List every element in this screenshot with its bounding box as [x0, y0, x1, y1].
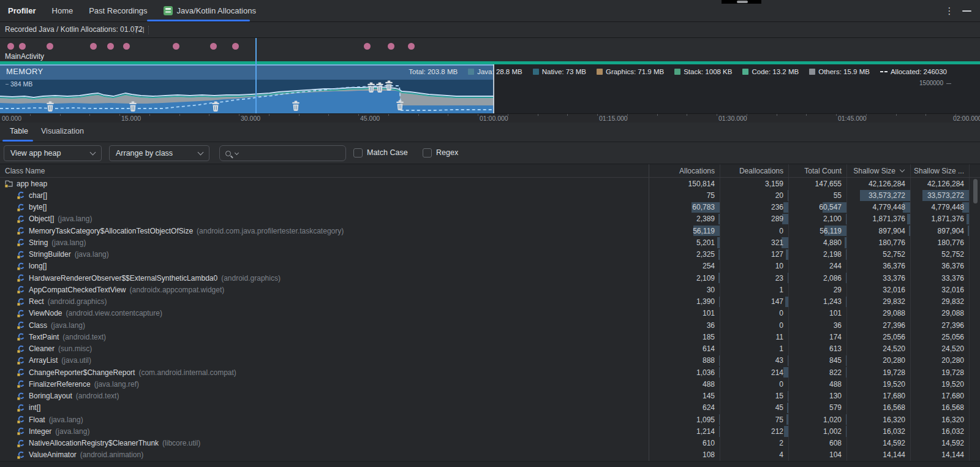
tab-profiler[interactable]: Profiler — [8, 6, 36, 15]
event-dot[interactable] — [210, 43, 217, 50]
cell-value: 52,752 — [883, 250, 910, 259]
table-row[interactable]: int[]6244557916,56816,568 — [0, 402, 980, 414]
column-header-label: Class Name — [5, 167, 50, 175]
column-header-class-name[interactable]: Class Name — [0, 164, 649, 177]
tab-home[interactable]: Home — [52, 6, 74, 15]
match-case-checkbox[interactable] — [353, 148, 363, 158]
table-row[interactable]: Class(java.lang)3603627,39627,396 — [0, 319, 980, 331]
table-row[interactable]: TextPaint(android.text)1851117425,05625,… — [0, 331, 980, 343]
class-icon — [17, 215, 25, 223]
search-input[interactable] — [219, 145, 346, 161]
cell-value: 254 — [703, 262, 720, 270]
event-dot[interactable] — [7, 43, 14, 50]
cell-value: 29,832 — [883, 297, 910, 306]
table-row[interactable]: FinalizerReference(java.lang.ref)4880488… — [0, 378, 980, 390]
cell-value: 180,776 — [879, 238, 910, 247]
column-header-deallocations[interactable]: Deallocations — [720, 164, 789, 177]
column-header-shallow-size-2[interactable]: Shallow Size ... — [911, 164, 970, 177]
table-row[interactable]: ChangeReporter$ChangeReport(com.android.… — [0, 366, 980, 378]
axis-minor-tick — [209, 114, 209, 116]
package-name: (com.android.internal.compat) — [138, 368, 236, 377]
table-row[interactable]: Cleaner(sun.misc)614161324,52024,520 — [0, 343, 980, 355]
tab-table[interactable]: Table — [10, 123, 28, 140]
table-row[interactable]: Integer(java.lang)1,2142121,00216,03216,… — [0, 425, 980, 437]
zoom-to-fit-icon[interactable]: |↔| — [135, 22, 144, 37]
event-dot[interactable] — [90, 43, 97, 50]
cell-value: 145 — [703, 392, 720, 400]
table-row[interactable]: ViewNode(android.view.contentcapture)101… — [0, 308, 980, 319]
table-row[interactable]: Rect(android.graphics)1,3901471,24329,83… — [0, 296, 980, 308]
cell-value: 613 — [829, 344, 846, 353]
scrollbar-gutter — [970, 272, 980, 284]
memory-chart-section[interactable]: MEMORY 384 MB Total: 203.8 MBJava: 28.8 … — [0, 64, 980, 113]
event-dot[interactable] — [408, 43, 415, 50]
table-row[interactable]: String(java.lang)5,2013214,880180,776180… — [0, 237, 980, 248]
vertical-scrollbar-thumb[interactable] — [973, 179, 978, 203]
cell-value: 36,376 — [941, 262, 969, 270]
more-options-icon[interactable]: ⋮ — [944, 5, 954, 17]
event-dot[interactable] — [47, 43, 53, 50]
cell-value: 1,002 — [823, 427, 846, 436]
event-dot[interactable] — [19, 43, 26, 50]
table-row[interactable]: ArrayList(java.util)8884384520,28020,280 — [0, 355, 980, 366]
class-name: Integer — [29, 427, 51, 436]
cell-value: 4,880 — [823, 238, 846, 247]
table-row[interactable]: HardwareRendererObserver$$ExternalSynthe… — [0, 272, 980, 284]
event-dot[interactable] — [364, 43, 371, 50]
event-timeline[interactable]: MainActivity — [0, 38, 980, 64]
minimize-icon[interactable] — [962, 10, 971, 12]
axis-minor-tick — [896, 114, 897, 116]
chevron-down-icon — [90, 149, 96, 155]
axis-minor-tick — [777, 114, 777, 116]
event-dot[interactable] — [173, 43, 179, 50]
selection-right-handle[interactable] — [493, 64, 494, 113]
table-row[interactable]: Float(java.lang)1,095751,02016,32016,320 — [0, 414, 980, 425]
cell-value: 1,243 — [823, 297, 846, 306]
table-row[interactable]: app heap150,8143,159147,65542,126,28442,… — [0, 178, 980, 189]
cell-value: 130 — [829, 392, 846, 400]
axis-minor-tick — [149, 114, 150, 116]
package-name: (java.lang) — [55, 427, 89, 436]
event-dot[interactable] — [232, 43, 239, 50]
legend-swatch-icon — [742, 69, 748, 75]
class-name: TextPaint — [29, 333, 59, 341]
tab-visualization[interactable]: Visualization — [41, 123, 84, 140]
table-row[interactable]: AppCompatCheckedTextView(androidx.appcom… — [0, 284, 980, 295]
table-row[interactable]: NativeAllocationRegistry$CleanerThunk(li… — [0, 438, 980, 449]
arrange-dropdown[interactable]: Arrange by class — [109, 145, 209, 161]
tab-java-kotlin-allocations[interactable]: Java/Kotlin Allocations — [164, 6, 256, 15]
table-row[interactable]: byte[]60,78323660,5474,779,4484,779,448 — [0, 202, 980, 213]
table-row[interactable]: BoringLayout(android.text)1451513017,680… — [0, 390, 980, 402]
event-dot[interactable] — [388, 43, 394, 50]
column-header-allocations[interactable]: Allocations — [649, 164, 720, 177]
event-dot[interactable] — [107, 43, 114, 50]
table-row[interactable]: Object[](java.lang)2,3892892,1001,871,37… — [0, 213, 980, 225]
cell-value: 897,904 — [879, 227, 910, 235]
table-row[interactable]: char[]75205533,573,27233,573,272 — [0, 189, 980, 201]
column-header-shallow-size[interactable]: Shallow Size — [847, 164, 911, 177]
column-header-total-count[interactable]: Total Count — [789, 164, 847, 177]
scrollbar-gutter — [970, 164, 980, 177]
table-row[interactable]: ValueAnimator(android.animation)10841041… — [0, 449, 980, 461]
axis-minor-tick — [747, 114, 747, 116]
event-dot[interactable] — [123, 43, 130, 50]
timeline-playhead[interactable] — [255, 38, 257, 113]
axis-tick-label: 30.000 — [241, 115, 260, 122]
tab-past-recordings[interactable]: Past Recordings — [89, 6, 147, 15]
view-tab-bar: Table Visualization — [0, 123, 980, 142]
cell-value: 32,016 — [883, 286, 910, 294]
cell-value: 17,680 — [883, 392, 910, 400]
regex-checkbox[interactable] — [423, 148, 432, 158]
table-row[interactable]: StringBuilder(java.lang)2,3251272,19852,… — [0, 249, 980, 260]
table-row[interactable]: long[]2541024436,37636,376 — [0, 260, 980, 272]
legend-swatch-icon — [468, 69, 474, 75]
scrollbar-gutter — [970, 308, 980, 319]
cell-value: 214 — [771, 368, 788, 377]
heap-dropdown[interactable]: View app heap — [4, 145, 102, 161]
class-icon — [17, 309, 25, 317]
table-row[interactable]: MemoryTaskCategory$AllocationTestObjectO… — [0, 225, 980, 237]
cell-value: 45 — [775, 403, 788, 412]
cell-value: 55 — [834, 191, 846, 200]
cell-value: 1,020 — [823, 416, 846, 424]
scrollbar-gutter — [970, 284, 980, 295]
